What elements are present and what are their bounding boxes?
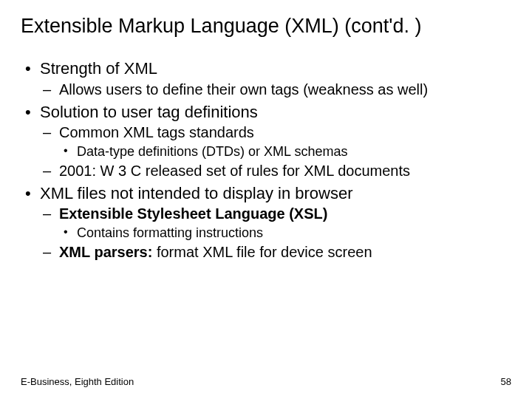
- bullet-formatting: Contains formatting instructions: [59, 225, 511, 242]
- bullet-dtd-schemas: Data-type definitions (DTDs) or XML sche…: [59, 143, 511, 160]
- bullet-common-standards: Common XML tags standards Data-type defi…: [40, 123, 511, 160]
- bullet-text-bold: XML parsers:: [59, 244, 152, 260]
- bullet-not-display: XML files not intended to display in bro…: [21, 183, 511, 262]
- bullet-text: format XML file for device screen: [152, 244, 372, 260]
- bullet-list: Strength of XML Allows users to define t…: [21, 58, 511, 262]
- bullet-text: Allows users to define their own tags (w…: [59, 81, 428, 98]
- bullet-text: Contains formatting instructions: [77, 225, 263, 240]
- bullet-text: Strength of XML: [40, 59, 157, 78]
- footer-left: E-Business, Eighth Edition: [21, 376, 134, 387]
- footer: E-Business, Eighth Edition 58: [21, 376, 511, 387]
- bullet-text: XML files not intended to display in bro…: [40, 184, 353, 202]
- bullet-xsl: Extensible Stylesheet Language (XSL) Con…: [40, 205, 511, 242]
- bullet-solution: Solution to user tag definitions Common …: [21, 102, 511, 180]
- slide-title: Extensible Markup Language (XML) (cont'd…: [21, 15, 511, 38]
- bullet-text: 2001: W 3 C released set of rules for XM…: [59, 163, 410, 179]
- bullet-text: Solution to user tag definitions: [40, 103, 258, 121]
- bullet-allows-tags: Allows users to define their own tags (w…: [40, 81, 511, 99]
- bullet-text: Data-type definitions (DTDs) or XML sche…: [77, 144, 347, 159]
- footer-page-number: 58: [501, 376, 511, 387]
- bullet-text: Extensible Stylesheet Language (XSL): [59, 205, 327, 222]
- bullet-strength: Strength of XML Allows users to define t…: [21, 58, 511, 99]
- bullet-w3c: 2001: W 3 C released set of rules for XM…: [40, 162, 511, 180]
- bullet-text: Common XML tags standards: [59, 124, 254, 140]
- bullet-parsers: XML parsers: format XML file for device …: [40, 243, 511, 262]
- slide: Extensible Markup Language (XML) (cont'd…: [0, 0, 532, 262]
